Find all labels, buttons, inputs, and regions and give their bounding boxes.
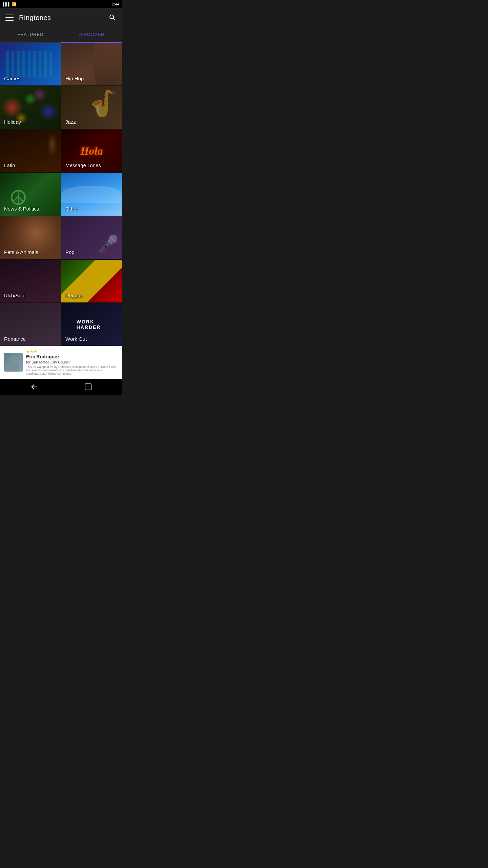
category-jazz-label: Jazz bbox=[61, 116, 122, 129]
svg-point-1 bbox=[7, 363, 20, 371]
category-workout-label: Work Out bbox=[61, 333, 122, 346]
category-games[interactable]: Games bbox=[0, 43, 61, 85]
tabs-container: FEATURED DISCOVER bbox=[0, 27, 122, 43]
category-newspolitics[interactable]: News & Politics bbox=[0, 173, 61, 216]
category-holiday-label: Holiday bbox=[0, 116, 61, 129]
toolbar: Ringtones bbox=[0, 8, 122, 27]
status-bar-left: ▌▌▌ 📶 bbox=[3, 2, 17, 6]
svg-point-0 bbox=[10, 355, 17, 362]
category-jazz[interactable]: 🎷 Jazz bbox=[61, 86, 122, 129]
category-rnb-label: R&b/Soul bbox=[0, 290, 61, 302]
back-button[interactable] bbox=[27, 380, 41, 394]
home-button[interactable] bbox=[81, 380, 95, 394]
signal-icon: ▌▌▌ bbox=[3, 2, 11, 6]
home-icon bbox=[84, 383, 92, 391]
category-holiday[interactable]: Holiday bbox=[0, 86, 61, 129]
category-petsanimals-label: Pets & Animals bbox=[0, 246, 61, 259]
nav-bar bbox=[0, 379, 122, 395]
category-other-label: Other bbox=[61, 203, 122, 216]
ad-person-icon bbox=[7, 354, 20, 371]
category-pop-label: Pop bbox=[61, 246, 122, 259]
category-rnb[interactable]: R&b/Soul bbox=[0, 260, 61, 302]
wifi-icon: 📶 bbox=[12, 2, 17, 6]
ad-stars: ★★★ bbox=[26, 349, 118, 354]
category-latin[interactable]: Latin bbox=[0, 130, 61, 172]
category-reggae[interactable]: Reggae bbox=[61, 260, 122, 302]
status-bar-right: 2:44 bbox=[112, 2, 119, 6]
category-messagetones[interactable]: Message Tones bbox=[61, 130, 122, 172]
ad-name: Eric Rodriguez bbox=[26, 354, 118, 359]
ad-banner[interactable]: ★★★ Eric Rodriguez for San Mateo City Co… bbox=[0, 346, 122, 379]
category-petsanimals[interactable]: Pets & Animals bbox=[0, 216, 61, 259]
category-reggae-label: Reggae bbox=[61, 290, 122, 302]
app-title: Ringtones bbox=[19, 14, 108, 22]
ad-title: for San Mateo City Council bbox=[26, 360, 118, 364]
svg-rect-2 bbox=[85, 384, 91, 390]
ad-content: ★★★ Eric Rodriguez for San Mateo City Co… bbox=[26, 349, 118, 375]
category-hiphop[interactable]: Hip Hop bbox=[61, 43, 122, 85]
category-latin-label: Latin bbox=[0, 160, 61, 172]
category-newspolitics-label: News & Politics bbox=[0, 203, 61, 216]
category-romance-label: Romance bbox=[0, 333, 61, 346]
search-button[interactable] bbox=[108, 14, 117, 22]
back-icon bbox=[30, 383, 38, 391]
category-games-label: Games bbox=[0, 73, 61, 85]
categories-grid: Games Hip Hop Holiday 🎷 Jazz Latin Messa… bbox=[0, 43, 122, 346]
category-workout[interactable]: Work Out bbox=[61, 303, 122, 346]
category-messagetones-label: Message Tones bbox=[61, 160, 122, 172]
menu-button[interactable] bbox=[5, 15, 14, 21]
time-display: 2:44 bbox=[112, 2, 119, 6]
tab-featured[interactable]: FEATURED bbox=[0, 27, 61, 42]
category-hiphop-label: Hip Hop bbox=[61, 73, 122, 85]
category-romance[interactable]: Romance bbox=[0, 303, 61, 346]
ad-disclaimer: This ad was paid for by National Associa… bbox=[26, 365, 118, 375]
category-pop[interactable]: 🎤 Pop bbox=[61, 216, 122, 259]
ad-photo bbox=[4, 353, 23, 372]
status-bar: ▌▌▌ 📶 2:44 bbox=[0, 0, 122, 8]
category-other[interactable]: Other bbox=[61, 173, 122, 216]
tab-discover[interactable]: DISCOVER bbox=[61, 27, 122, 43]
